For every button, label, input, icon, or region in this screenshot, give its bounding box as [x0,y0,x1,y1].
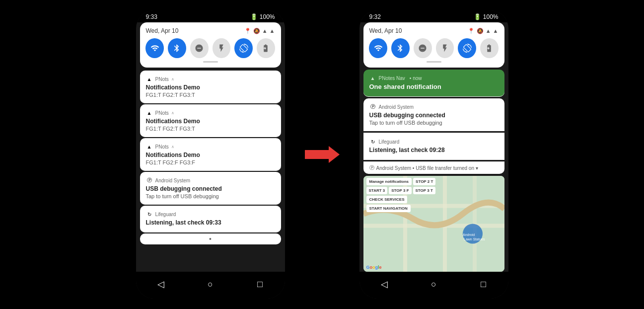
status-icons-right: 🔋 100% [474,13,499,20]
home-button-left[interactable]: ○ [203,277,218,292]
pnots-icon-1: ▲ [146,76,153,82]
location-icon-r: 📍 [468,28,475,34]
qs-tile-dnd-left[interactable] [190,38,209,58]
recent-button-right[interactable]: □ [476,277,491,292]
notif-time-pnotes: • now [410,76,422,81]
lifeguard-icon-right: ↻ [369,138,376,145]
notif-body-2: FG1:T FG2:T FG3:T [146,126,275,132]
status-bar-right: 9:32 🔋 100% [359,10,508,22]
dot-indicator: • [140,233,281,244]
svg-text:Android: Android [463,233,475,236]
notif-app-name-pnotes: PNotes Nav [379,76,405,81]
notif-card-lifeguard-left[interactable]: ↻ Lifeguard Listening, last check 09:33 [140,206,281,232]
lifeguard-icon-left: ↻ [146,211,153,218]
notif-card-usb-right[interactable]: Ⓟ Android System USB debugging connected… [363,98,504,131]
notif-app-row-lifeguard-right: ↻ Lifeguard [369,138,499,145]
check-services-button[interactable]: CHECK SERVICES [366,196,408,203]
android-footer-icon: Ⓟ [369,164,374,171]
back-button-right[interactable]: ◁ [377,277,392,292]
phone-right: 9:32 🔋 100% Wed, Apr 10 📍 🔕 ▲ ▲ [359,10,508,299]
battery-pct-left: 100% [260,13,275,20]
android-icon-right: Ⓟ [369,103,376,110]
back-button-left[interactable]: ◁ [153,277,168,292]
silent-icon: 🔕 [253,28,260,34]
notif-app-name-lifeguard-left: Lifeguard [155,212,176,217]
qs-tile-rotate-left[interactable] [234,38,253,58]
notif-body-3: FG1:T FG2:F FG3:F [146,159,275,165]
notif-card-lifeguard-right[interactable]: ↻ Lifeguard Listening, last check 09:28 [363,133,504,160]
status-icons-left: 🔋 100% [250,13,275,20]
notif-title-pnotes: One shared notification [369,83,499,90]
notif-app-row-pnotes: ▲ PNotes Nav • now [369,75,499,81]
notif-title-lifeguard-left: Listening, last check 09:33 [146,219,275,226]
notif-card-pnots-2[interactable]: ▲ PNots ∧ Notifications Demo FG1:T FG2:T… [140,104,281,137]
home-button-right[interactable]: ○ [427,277,441,292]
qs-handle-right [427,61,441,63]
qs-header-right: Wed, Apr 10 📍 🔕 ▲ ▲ [369,27,499,34]
qs-tile-flash-left[interactable] [213,38,231,58]
dot-text: • [209,235,212,243]
arrow-icon [305,146,340,163]
google-g: G [366,265,370,270]
notif-title-1: Notifications Demo [146,84,275,91]
qs-date-right: Wed, Apr 10 [369,27,402,34]
wifi-status-icon-r: ▲ [486,28,491,34]
quick-settings-right: Wed, Apr 10 📍 🔕 ▲ ▲ [363,22,504,68]
notif-card-pnots-1[interactable]: ▲ PNots ∧ Notifications Demo FG1:T FG2:T… [140,71,281,103]
notif-area-right: ▲ PNotes Nav • now One shared notificati… [363,70,504,174]
notif-caret-1: ∧ [171,77,174,81]
silent-icon-r: 🔕 [477,28,484,34]
stop-3t-button[interactable]: STOP 3 T [413,187,435,194]
notif-app-row-1: ▲ PNots ∧ [146,76,275,82]
qs-tile-dnd-right[interactable] [414,38,432,58]
qs-tile-bt-left[interactable] [168,38,186,58]
qs-tile-battery-left[interactable] [257,38,275,58]
notif-list-left: ▲ PNots ∧ Notifications Demo FG1:T FG2:T… [140,71,281,272]
notif-card-usb-left[interactable]: Ⓟ Android System USB debugging connected… [140,172,281,205]
stop-2t-button[interactable]: STOP 2 T [413,178,435,185]
notif-caret-2: ∧ [171,111,174,115]
notif-title-3: Notifications Demo [146,152,275,158]
svg-rect-6 [473,176,477,272]
notif-body-1: FG1:T FG2:T FG3:T [146,92,275,98]
notif-caret-3: ∧ [171,145,174,149]
stop-3f-button[interactable]: STOP 3 F [389,187,411,194]
qs-tile-flash-right[interactable] [436,38,454,58]
start-navigation-button[interactable]: START NAVIGATION [366,205,411,212]
notif-title-2: Notifications Demo [146,118,275,125]
notif-app-name-usb-left: Android System [155,178,191,183]
notif-app-row-2: ▲ PNots ∧ [146,109,275,116]
notif-title-usb-left: USB debugging connected [146,185,275,192]
qs-tile-wifi-right[interactable] [369,38,387,58]
notif-app-name-usb-right: Android System [379,104,414,110]
usb-footer-right[interactable]: Ⓟ Android System • USB file transfer tur… [363,161,504,174]
notif-card-pnots-3[interactable]: ▲ PNots ∧ Notifications Demo FG1:T FG2:F… [140,138,281,171]
map-area: Android Lawn Statues Manage notification… [363,176,504,272]
start-3-button[interactable]: START 3 [366,187,388,194]
notif-app-name-3: PNots [155,144,169,150]
quick-settings-left: Wed, Apr 10 📍 🔕 ▲ ▲ [140,22,281,68]
pnotes-nav-icon: ▲ [369,75,376,81]
notif-body-usb-left: Tap to turn off USB debugging [146,193,275,199]
notif-card-pnotes-nav[interactable]: ▲ PNotes Nav • now One shared notificati… [363,70,504,97]
qs-tile-bt-right[interactable] [391,38,410,58]
recent-button-left[interactable]: □ [253,277,268,292]
notif-app-name-1: PNots [155,77,169,82]
qs-tile-rotate-right[interactable] [458,38,476,58]
bottom-nav-right: ◁ ○ □ [359,272,508,299]
notif-app-row-usb-left: Ⓟ Android System [146,177,275,184]
notif-app-name-2: PNots [155,110,169,116]
notif-app-row-usb-right: Ⓟ Android System [369,103,499,110]
time-right: 9:32 [369,13,381,20]
qs-status-icons-right: 📍 🔕 ▲ ▲ [468,28,499,34]
qs-tile-battery-right[interactable] [480,38,499,58]
phone-left: 9:33 🔋 100% Wed, Apr 10 📍 🔕 ▲ ▲ [136,10,285,299]
qs-tiles-right [369,38,499,58]
notif-app-row-lifeguard-left: ↻ Lifeguard [146,211,275,218]
qs-tile-wifi-left[interactable] [145,38,164,58]
notif-app-row-3: ▲ PNots ∧ [146,143,275,150]
notif-title-lifeguard-right: Listening, last check 09:28 [369,147,499,154]
manage-notifications-button[interactable]: Manage notifications [366,178,412,185]
map-buttons-overlay: Manage notifications STOP 2 T START 3 ST… [366,178,436,212]
pnots-icon-2: ▲ [146,109,153,116]
